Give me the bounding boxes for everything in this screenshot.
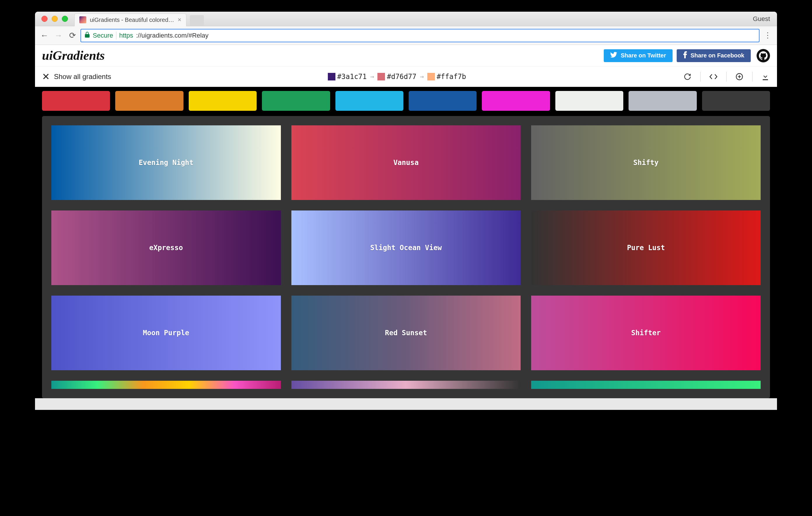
color-filter-chip[interactable] [702,91,770,111]
separator [116,31,116,40]
gradient-name-label: Slight Ocean View [370,244,442,252]
code-icon[interactable] [709,72,718,81]
browser-toolbar: ← → ⟳ Secure https://uigradients.com/#Re… [35,26,777,45]
separator [726,72,727,82]
download-icon[interactable] [761,72,770,81]
color-swatch-3[interactable] [427,73,435,81]
share-twitter-button[interactable]: Share on Twitter [604,49,672,62]
facebook-icon [683,51,687,60]
show-all-gradients-link[interactable]: Show all gradients [54,72,111,81]
color-filter-chip[interactable] [189,91,257,111]
color-swatch-1[interactable] [328,73,336,81]
add-icon[interactable] [735,72,744,81]
share-facebook-label: Share on Facebook [691,52,745,59]
close-panel-icon[interactable]: ✕ [42,71,50,82]
minimize-window-button[interactable] [52,16,58,22]
share-twitter-label: Share on Twitter [621,52,666,59]
url-protocol: https [119,32,133,39]
gradient-card[interactable]: Pure Lust [531,211,761,285]
separator [700,72,701,82]
hex-code-1[interactable]: #3a1c71 [337,72,367,81]
gradient-name-label: eXpresso [149,244,183,252]
gradient-card[interactable]: Evening Night [51,125,281,200]
gradient-card[interactable]: Vanusa [291,125,521,200]
subheader: ✕ Show all gradients #3a1c71 → #d76d77 →… [35,66,777,87]
window-controls [35,16,75,22]
hex-code-2[interactable]: #d76d77 [387,72,416,81]
content-area: Evening NightVanusaShiftyeXpressoSlight … [35,87,777,398]
gradient-card[interactable]: Moon Purple [51,296,281,370]
color-swatch-2[interactable] [377,73,385,81]
share-facebook-button[interactable]: Share on Facebook [677,49,751,62]
browser-window: uiGradients - Beautiful colored… × Guest… [35,12,777,410]
color-filter-chip[interactable] [629,91,696,111]
secure-label: Secure [93,32,113,39]
gradients-grid: Evening NightVanusaShiftyeXpressoSlight … [51,125,761,389]
reload-button[interactable]: ⟳ [66,30,78,41]
gradient-name-label: Evening Night [139,159,193,167]
gradient-name-label: Vanusa [394,159,419,167]
favicon-icon [79,16,86,23]
twitter-icon [610,52,617,59]
browser-tab[interactable]: uiGradients - Beautiful colored… × [75,13,186,26]
arrow-icon: → [370,73,374,80]
gradient-card[interactable]: Shifter [531,296,761,370]
profile-label[interactable]: Guest [753,15,777,23]
github-link[interactable] [757,49,770,62]
gradient-card[interactable]: Shifty [531,125,761,200]
gradient-name-label: Red Sunset [385,329,427,337]
color-filter-chip[interactable] [409,91,476,111]
app-header: uiGradients Share on Twitter Share on Fa… [35,45,777,66]
url-rest: ://uigradients.com/#Relay [136,32,208,39]
rotate-icon[interactable] [683,72,692,81]
gradient-card[interactable] [531,381,761,389]
gradient-name-label: Pure Lust [627,244,665,252]
current-gradient-colors: #3a1c71 → #d76d77 → #ffaf7b [111,72,683,81]
gradient-card[interactable] [51,381,281,389]
logo[interactable]: uiGradients [42,48,105,63]
gradient-card[interactable]: Red Sunset [291,296,521,370]
color-filter-row [35,87,777,116]
close-tab-icon[interactable]: × [178,16,181,24]
lock-icon [85,32,90,39]
hex-code-3[interactable]: #ffaf7b [437,72,466,81]
address-bar[interactable]: Secure https://uigradients.com/#Relay [81,29,759,42]
color-filter-chip[interactable] [336,91,403,111]
color-filter-chip[interactable] [482,91,550,111]
color-filter-chip[interactable] [42,91,110,111]
browser-titlebar: uiGradients - Beautiful colored… × Guest [35,12,777,26]
tab-title: uiGradients - Beautiful colored… [90,17,174,23]
browser-menu-button[interactable]: ⋮ [762,30,774,41]
gradient-card[interactable] [291,381,521,389]
forward-button[interactable]: → [53,30,64,41]
maximize-window-button[interactable] [62,16,68,22]
back-button[interactable]: ← [38,30,50,41]
close-window-button[interactable] [41,16,48,22]
color-filter-chip[interactable] [115,91,183,111]
new-tab-button[interactable] [190,15,204,26]
gradient-card[interactable]: Slight Ocean View [291,211,521,285]
arrow-icon: → [420,73,424,80]
gradient-name-label: Shifty [633,159,659,167]
separator [752,72,753,82]
gradient-card[interactable]: eXpresso [51,211,281,285]
github-icon [759,51,768,60]
gradient-name-label: Moon Purple [143,329,189,337]
subheader-actions [683,72,770,82]
gradients-pane: Evening NightVanusaShiftyeXpressoSlight … [42,116,770,398]
gradient-name-label: Shifter [631,329,661,337]
color-filter-chip[interactable] [555,91,623,111]
color-filter-chip[interactable] [262,91,330,111]
